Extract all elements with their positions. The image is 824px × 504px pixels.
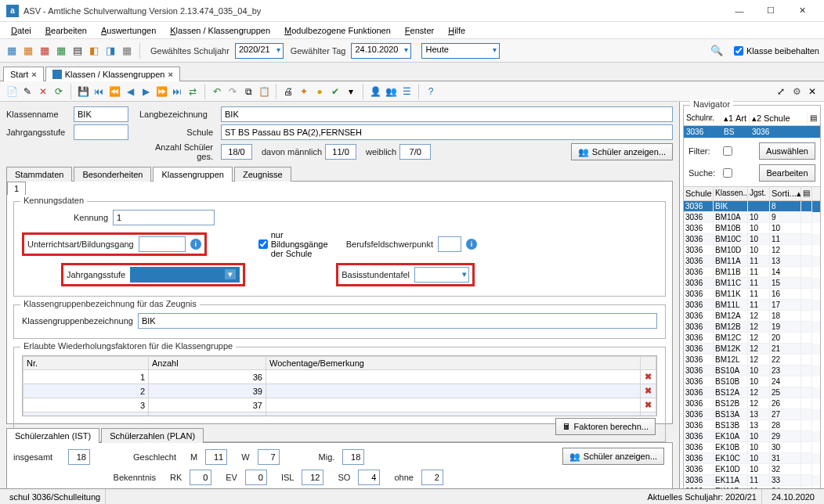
subtab-klassengruppen[interactable]: Klassengruppen xyxy=(153,167,233,182)
list-icon[interactable]: ☰ xyxy=(399,85,414,99)
nav-row[interactable]: 3036BM11B1114 xyxy=(684,267,820,278)
minimize-button[interactable]: ― xyxy=(724,0,755,22)
table-row[interactable]: 3 37 ✖ xyxy=(23,398,656,412)
bst-combo[interactable] xyxy=(414,267,469,283)
tab-ist[interactable]: Schülerzahlen (IST) xyxy=(6,428,99,443)
nav-row[interactable]: 3036EK11A1133 xyxy=(684,475,820,486)
jgst-input[interactable] xyxy=(74,124,128,140)
table-row[interactable]: 1 36 ✖ xyxy=(23,370,656,384)
maximize-button[interactable]: ☐ xyxy=(755,0,786,22)
menu-klassen[interactable]: Klassen / Klassengruppen xyxy=(164,23,276,38)
nav-row[interactable]: 3036EK10D1032 xyxy=(684,464,820,475)
nav-table-body[interactable]: 3036BIK83036BM10A1093036BM10B10103036BM1… xyxy=(684,201,820,497)
nav-row[interactable]: 3036BS12A1225 xyxy=(684,387,820,398)
menu-datei[interactable]: Datei xyxy=(5,23,38,38)
tool-icon-2[interactable]: ▦ xyxy=(21,44,35,58)
filter-icon[interactable]: ▾ xyxy=(344,85,358,99)
tab-klassen-close[interactable]: × xyxy=(168,70,172,79)
info-icon[interactable]: i xyxy=(466,239,477,250)
row-delete-icon[interactable]: ✖ xyxy=(641,412,656,417)
nav-row[interactable]: 3036BS13A1327 xyxy=(684,409,820,420)
schuljahr-select[interactable]: 2020/21 xyxy=(235,43,284,59)
subtab-zeugnisse[interactable]: Zeugnisse xyxy=(234,167,291,182)
table-row-empty[interactable]: ✖ xyxy=(23,412,656,417)
new-icon[interactable]: 📄 xyxy=(5,85,19,99)
group-tab-1[interactable]: 1 xyxy=(7,182,26,195)
faktoren-berechnen-button[interactable]: 🖩 Faktoren berechn... xyxy=(555,418,656,435)
klgr-input[interactable] xyxy=(138,313,657,329)
close-button[interactable]: ✕ xyxy=(786,0,818,22)
prev-fast-icon[interactable]: ⏪ xyxy=(107,85,121,99)
menu-auswertungen[interactable]: Auswertungen xyxy=(95,23,162,38)
keep-class-check-wrap[interactable]: Klasse beibehalten xyxy=(734,46,819,56)
tool-icon-5[interactable]: ▤ xyxy=(70,44,85,58)
paste-icon[interactable]: 📋 xyxy=(257,85,271,99)
nav-row[interactable]: 3036BM10C1011 xyxy=(684,234,820,245)
nav-row[interactable]: 3036BM12L1222 xyxy=(684,355,820,365)
unterrichtsart-input[interactable] xyxy=(139,236,186,252)
search-icon[interactable]: 🔍 xyxy=(710,44,724,58)
check-icon[interactable]: ✔ xyxy=(328,85,342,99)
star-icon[interactable]: ✦ xyxy=(297,85,311,99)
next-icon[interactable]: ▶ xyxy=(139,85,153,99)
info-icon[interactable]: i xyxy=(190,239,201,250)
auswaehlen-button[interactable]: Auswählen xyxy=(759,142,815,160)
nav-row[interactable]: 3036BS10A1023 xyxy=(684,365,820,376)
nav-row[interactable]: 3036BS13B1328 xyxy=(684,420,820,431)
suche-checkbox[interactable] xyxy=(723,168,732,178)
nav-row[interactable]: 3036BM10A109 xyxy=(684,212,820,223)
nav-row[interactable]: 3036BS10B1024 xyxy=(684,376,820,387)
table-row[interactable]: 2 39 ✖ xyxy=(23,384,656,398)
row-delete-icon[interactable]: ✖ xyxy=(641,370,656,384)
edit-icon[interactable]: ✎ xyxy=(20,85,34,99)
users-icon[interactable]: 👥 xyxy=(384,85,398,99)
grid-menu-icon[interactable]: ▤ xyxy=(801,187,812,200)
heute-select[interactable]: Heute xyxy=(421,43,500,59)
sync-icon[interactable]: ⇄ xyxy=(186,85,200,99)
tab-start-close[interactable]: × xyxy=(31,70,36,79)
nav-row[interactable]: 3036EK10C1031 xyxy=(684,453,820,464)
nav-row[interactable]: 3036BM10B1010 xyxy=(684,223,820,234)
help-icon[interactable]: ? xyxy=(424,85,438,99)
nav-row[interactable]: 3036BM11L1117 xyxy=(684,300,820,311)
grid-menu-icon[interactable]: ▤ xyxy=(808,112,820,125)
nav-row[interactable]: 3036EK10A1029 xyxy=(684,431,820,442)
settings-icon[interactable]: ⚙ xyxy=(790,85,804,99)
row-delete-icon[interactable]: ✖ xyxy=(641,384,656,398)
tag-select[interactable]: 24.10.2020 xyxy=(351,43,411,59)
nav-row[interactable]: 3036BM12C1220 xyxy=(684,333,820,344)
bfs-input[interactable] xyxy=(438,236,461,252)
tool-icon-3[interactable]: ▦ xyxy=(38,44,52,58)
nav-row[interactable]: 3036BIK8 xyxy=(684,201,820,212)
tab-klassen[interactable]: Klassen / Klassengruppen × xyxy=(45,67,180,81)
save-icon[interactable]: 💾 xyxy=(76,85,90,99)
tool-icon-6[interactable]: ◧ xyxy=(87,44,101,58)
prev-icon[interactable]: ◀ xyxy=(123,85,137,99)
expand-icon[interactable]: ⤢ xyxy=(774,85,788,99)
nav-row[interactable]: 3036BS12B1226 xyxy=(684,398,820,409)
next-fast-icon[interactable]: ⏩ xyxy=(154,85,168,99)
nav-row[interactable]: 3036BM10D1012 xyxy=(684,245,820,256)
tool-icon-8[interactable]: ▦ xyxy=(120,44,134,58)
last-icon[interactable]: ⏭ xyxy=(170,85,184,99)
tool-icon-4[interactable]: ▦ xyxy=(54,44,68,58)
keep-class-checkbox[interactable] xyxy=(734,46,743,56)
user-icon[interactable]: 👤 xyxy=(368,85,382,99)
tab-plan[interactable]: Schülerzahlen (PLAN) xyxy=(101,428,204,443)
menu-modul[interactable]: Modulbezogene Funktionen xyxy=(278,23,397,38)
nav-row[interactable]: 3036BM12A1218 xyxy=(684,311,820,322)
nav-row[interactable]: 3036BM11A1113 xyxy=(684,256,820,267)
menu-fenster[interactable]: Fenster xyxy=(399,23,440,38)
schule-input[interactable] xyxy=(221,124,673,140)
nur-bg-checkbox[interactable] xyxy=(258,239,268,249)
first-icon[interactable]: ⏮ xyxy=(92,85,106,99)
badge-icon[interactable]: ● xyxy=(313,85,327,99)
subtab-besonderheiten[interactable]: Besonderheiten xyxy=(74,167,151,182)
nav-row[interactable]: 3036EK10B1030 xyxy=(684,442,820,453)
print-icon[interactable]: 🖨 xyxy=(281,85,295,99)
nav-row[interactable]: 3036BM11C1115 xyxy=(684,278,820,289)
kennung-input[interactable] xyxy=(113,210,215,225)
menu-hilfe[interactable]: Hilfe xyxy=(442,23,472,38)
tool-icon-1[interactable]: ▦ xyxy=(5,44,19,58)
refresh-icon[interactable]: ⟳ xyxy=(52,85,66,99)
